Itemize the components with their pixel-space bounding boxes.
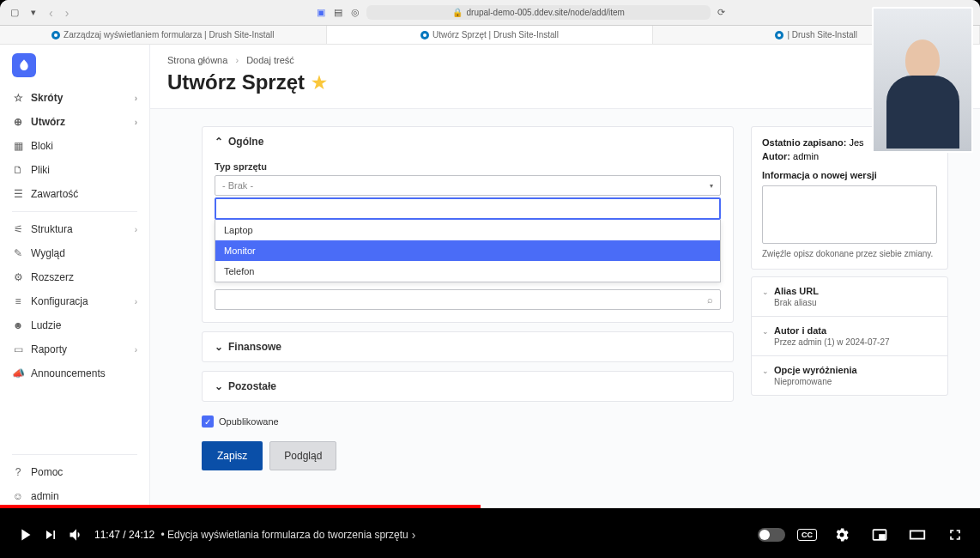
- sidebar-item-content[interactable]: ☰Zawartość: [0, 182, 149, 206]
- captions-button[interactable]: CC: [797, 529, 817, 541]
- last-saved-value: Jes: [849, 137, 863, 148]
- select-search-input[interactable]: [215, 197, 721, 220]
- accordion-url-alias[interactable]: ⌄Alias URLBrak aliasu: [752, 277, 947, 317]
- separator: [12, 454, 137, 455]
- sidebar-item-label: Raporty: [31, 343, 67, 355]
- fieldset-toggle[interactable]: ⌄Finansowe: [203, 332, 733, 361]
- accordion-promote[interactable]: ⌄Opcje wyróżnieniaNiepromowane: [752, 356, 947, 395]
- star-icon[interactable]: ★: [312, 72, 327, 93]
- select-equipment-type[interactable]: - Brak - ▾: [215, 175, 721, 196]
- separator: [12, 211, 137, 212]
- volume-button[interactable]: [64, 522, 89, 548]
- address-bar[interactable]: 🔒 drupal-demo-005.ddev.site/node/add/ite…: [366, 5, 710, 20]
- sidebar-item-create[interactable]: ⊕Utwórz›: [0, 110, 149, 134]
- sidebar-item-extend[interactable]: ⚙Rozszerz: [0, 265, 149, 289]
- revision-label: Informacja o nowej wersji: [762, 170, 937, 180]
- sidebar-toggle-icon[interactable]: ▢: [9, 7, 21, 19]
- sidebar-item-people[interactable]: ☻Ludzie: [0, 313, 149, 337]
- sidebar-item-files[interactable]: 🗋Pliki: [0, 158, 149, 182]
- next-button[interactable]: [38, 522, 64, 548]
- chevron-right-icon: ›: [235, 55, 239, 65]
- drupal-icon: [775, 31, 783, 39]
- star-icon: ☆: [12, 92, 24, 104]
- translate-icon[interactable]: ◎: [349, 7, 361, 19]
- people-icon: ☻: [12, 319, 24, 331]
- main-content: Strona główna › Dodaj treść Utwórz Sprzę…: [150, 45, 980, 508]
- file-icon: 🗋: [12, 164, 24, 176]
- breadcrumb-add[interactable]: Dodaj treść: [246, 55, 294, 65]
- sidebar-item-label: Struktura: [31, 223, 73, 235]
- sidebar-item-appearance[interactable]: ✎Wygląd: [0, 241, 149, 265]
- sidebar-item-blocks[interactable]: ▦Bloki: [0, 134, 149, 158]
- sidebar-item-announcements[interactable]: 📣Announcements: [0, 361, 149, 385]
- breadcrumb: Strona główna › Dodaj treść: [167, 55, 963, 65]
- help-icon: ?: [12, 466, 24, 478]
- chevron-down-icon: ⌄: [215, 380, 223, 392]
- autocomplete-input[interactable]: ⌕: [215, 289, 721, 310]
- browser-tab[interactable]: Zarządzaj wyświetlaniem formularza | Dru…: [0, 26, 327, 44]
- field-label: Typ sprzętu: [215, 161, 721, 172]
- fieldset-other: ⌄Pozostałe: [202, 371, 734, 402]
- theater-button[interactable]: [904, 522, 930, 548]
- chevron-right-icon: ›: [135, 345, 137, 355]
- accordion-author-date[interactable]: ⌄Autor i dataPrzez admin (1) w 2024-07-2…: [752, 317, 947, 356]
- sidebar-item-label: admin: [31, 490, 59, 502]
- revision-textarea[interactable]: [762, 185, 937, 244]
- breadcrumb-home[interactable]: Strona główna: [167, 55, 227, 65]
- chevron-right-icon[interactable]: ›: [412, 528, 416, 542]
- admin-sidebar: ☆Skróty› ⊕Utwórz› ▦Bloki 🗋Pliki ☰Zawarto…: [0, 45, 150, 508]
- autoplay-toggle[interactable]: [758, 528, 785, 542]
- sidebar-item-help[interactable]: ?Pomoc: [0, 460, 149, 484]
- select-dropdown: Laptop Monitor Telefon: [215, 220, 721, 282]
- fieldset-toggle[interactable]: ⌄Pozostałe: [203, 372, 733, 401]
- settings-button[interactable]: [829, 522, 855, 548]
- megaphone-icon: 📣: [12, 367, 24, 379]
- browser-toolbar: ▢ ▾ ‹ › ▣ ▤ ◎ 🔒 drupal-demo-005.ddev.sit…: [0, 0, 980, 26]
- accordion-sub: Brak aliasu: [774, 298, 819, 307]
- sidebar-item-config[interactable]: ≡Konfiguracja›: [0, 289, 149, 313]
- chart-icon: ▭: [12, 343, 24, 355]
- accordion-sub: Przez admin (1) w 2024-07-27: [774, 337, 890, 347]
- checkbox-published[interactable]: ✓: [202, 415, 214, 428]
- sidebar-item-label: Wygląd: [31, 247, 65, 259]
- preview-button[interactable]: Podgląd: [269, 441, 336, 470]
- chevron-up-icon: ⌃: [215, 136, 223, 148]
- fieldset-financial: ⌄Finansowe: [202, 331, 734, 362]
- sidebar-item-reports[interactable]: ▭Raporty›: [0, 337, 149, 361]
- chapter-title[interactable]: Edycja wyświetlania formularza do tworze…: [167, 529, 408, 541]
- author-value: admin: [793, 151, 819, 161]
- plug-icon: ⚙: [12, 271, 24, 283]
- fullscreen-button[interactable]: [942, 522, 968, 548]
- shield-icon[interactable]: ▣: [315, 7, 327, 19]
- list-icon: ☰: [12, 188, 24, 200]
- fieldset-toggle[interactable]: ⌃Ogólne: [203, 127, 733, 156]
- url-text: drupal-demo-005.ddev.site/node/add/item: [466, 8, 624, 17]
- browser-tab[interactable]: Utwórz Sprzęt | Drush Site-Install: [327, 26, 654, 44]
- drupal-logo[interactable]: [12, 53, 36, 77]
- video-progress-played: [0, 505, 481, 508]
- select-option-telefon[interactable]: Telefon: [215, 261, 720, 282]
- select-option-monitor[interactable]: Monitor: [215, 240, 720, 261]
- accordion-title: Alias URL: [774, 286, 819, 296]
- svg-rect-1: [880, 535, 885, 538]
- miniplayer-button[interactable]: [867, 522, 892, 548]
- drupal-icon: [51, 31, 60, 39]
- reload-icon[interactable]: ⟳: [716, 7, 728, 19]
- entity-meta-panel: Ostatnio zapisano: Jes Autor: admin Info…: [751, 126, 948, 470]
- tab-label: Utwórz Sprzęt | Drush Site-Install: [433, 30, 559, 39]
- select-option-laptop[interactable]: Laptop: [215, 220, 720, 240]
- revision-help: Zwięźle opisz dokonane przez siebie zmia…: [762, 249, 937, 258]
- sidebar-item-shortcuts[interactable]: ☆Skróty›: [0, 86, 149, 110]
- save-button[interactable]: Zapisz: [202, 441, 263, 470]
- time-total: 24:12: [129, 529, 154, 541]
- video-progress-track[interactable]: [0, 505, 980, 508]
- sidebar-item-label: Pomoc: [31, 466, 63, 478]
- back-icon[interactable]: ‹: [49, 6, 53, 20]
- sidebar-item-structure[interactable]: ⚟Struktura›: [0, 217, 149, 241]
- fieldset-general: ⌃Ogólne Typ sprzętu - Brak - ▾ Lapto: [202, 126, 734, 323]
- brush-icon: ✎: [12, 247, 24, 259]
- play-button[interactable]: [12, 522, 38, 548]
- forward-icon[interactable]: ›: [65, 6, 70, 20]
- reader-icon[interactable]: ▤: [332, 7, 344, 19]
- dropdown-icon[interactable]: ▾: [27, 7, 39, 19]
